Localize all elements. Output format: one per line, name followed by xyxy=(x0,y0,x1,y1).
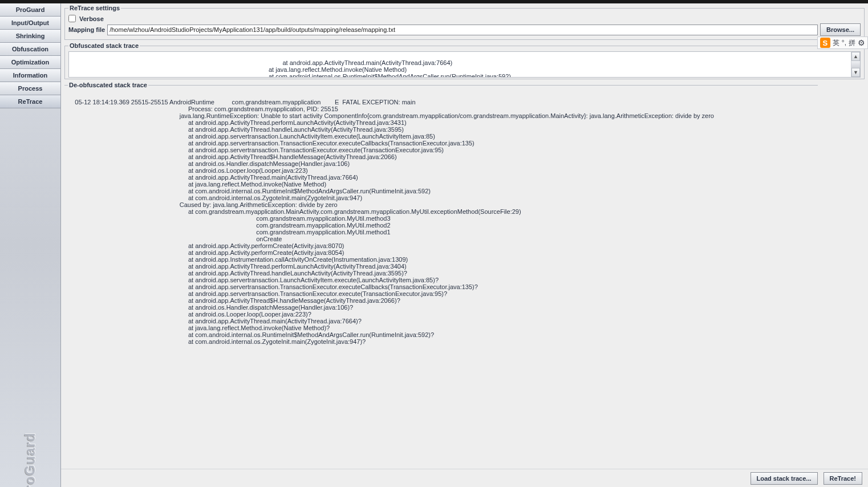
retrace-button[interactable]: ReTrace! xyxy=(824,472,862,485)
ime-layout[interactable]: 拼 xyxy=(849,38,855,48)
sidebar-tab-obfuscation[interactable]: Obfuscation xyxy=(0,43,60,56)
scroll-thumb[interactable] xyxy=(851,61,860,68)
retrace-settings-legend: ReTrace settings xyxy=(68,5,121,11)
mapping-file-label: Mapping file xyxy=(68,26,105,33)
obfuscated-stacktrace-group: Obfuscated stack trace at android.app.Ac… xyxy=(64,42,865,79)
load-stacktrace-button[interactable]: Load stack trace... xyxy=(751,472,818,485)
ime-language[interactable]: 英 xyxy=(833,38,839,48)
deobfuscated-legend: De-obfuscated stack trace xyxy=(68,82,148,88)
sidebar-tab-information[interactable]: Information xyxy=(0,69,60,82)
deobfuscated-text: 05-12 18:14:19.369 25515-25515 AndroidRu… xyxy=(64,99,714,345)
obfuscated-legend: Obfuscated stack trace xyxy=(68,42,140,49)
proguard-logo: ProGuard xyxy=(22,440,38,487)
scroll-down-icon[interactable]: ▼ xyxy=(851,68,860,77)
sidebar-tab-optimization[interactable]: Optimization xyxy=(0,56,60,69)
gear-icon[interactable]: ⚙ xyxy=(858,38,865,47)
sidebar-tabs: ProGuard Input/Output Shrinking Obfuscat… xyxy=(0,3,60,108)
deobfuscated-stacktrace-group: De-obfuscated stack trace xyxy=(64,82,818,91)
obfuscated-text: at android.app.ActivityThread.main(Activ… xyxy=(269,59,511,78)
browse-button[interactable]: Browse... xyxy=(820,23,861,36)
sidebar-tab-proguard[interactable]: ProGuard xyxy=(0,3,60,17)
sidebar-tab-process[interactable]: Process xyxy=(0,82,60,95)
sidebar-tab-shrinking[interactable]: Shrinking xyxy=(0,30,60,43)
main-area: ProGuard Input/Output Shrinking Obfuscat… xyxy=(0,3,868,487)
obfuscated-textarea[interactable]: at android.app.ActivityThread.main(Activ… xyxy=(68,51,861,78)
mapping-file-input[interactable] xyxy=(107,25,818,35)
ime-toolbar[interactable]: S 英 °, 拼 ⚙ xyxy=(817,36,868,49)
obfuscated-scrollbar[interactable]: ▲ ▼ xyxy=(851,52,860,77)
scroll-up-icon[interactable]: ▲ xyxy=(851,52,860,61)
ime-logo-icon[interactable]: S xyxy=(820,38,830,48)
content-panel: ReTrace settings Verbose Mapping file Br… xyxy=(61,3,868,487)
ime-punctuation[interactable]: °, xyxy=(842,39,846,47)
footer-buttons: Load stack trace... ReTrace! xyxy=(61,469,868,487)
retrace-settings-group: ReTrace settings Verbose Mapping file Br… xyxy=(64,5,865,40)
sidebar-tab-retrace[interactable]: ReTrace xyxy=(0,95,60,108)
sidebar-tab-input-output[interactable]: Input/Output xyxy=(0,17,60,30)
deobfuscated-textarea[interactable]: 05-12 18:14:19.369 25515-25515 AndroidRu… xyxy=(64,92,865,468)
sidebar: ProGuard Input/Output Shrinking Obfuscat… xyxy=(0,3,61,487)
verbose-checkbox[interactable] xyxy=(68,15,76,22)
verbose-label: Verbose xyxy=(79,15,104,22)
